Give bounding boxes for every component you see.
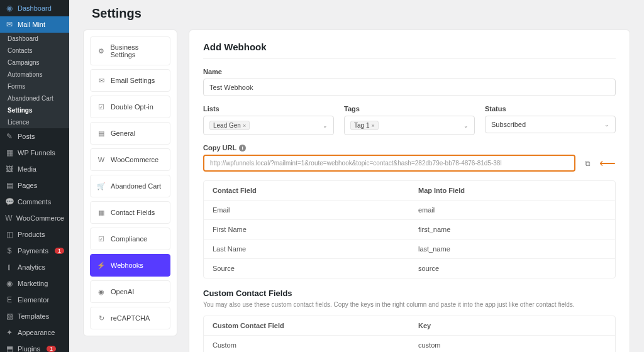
wp-menu-item[interactable]: EElementor: [0, 292, 69, 308]
lists-label: Lists: [203, 105, 334, 113]
remove-tag-icon[interactable]: ×: [371, 123, 374, 129]
table-row: Customcustom: [204, 336, 615, 352]
field-map-table: Contact FieldMap Into FieldEmailemailFir…: [203, 180, 616, 278]
menu-label: Media: [18, 165, 36, 173]
table-cell: Last Name: [204, 239, 409, 258]
chevron-down-icon: ⌄: [323, 123, 328, 129]
nav-label: WooCommerce: [111, 156, 158, 163]
menu-icon: ◉: [5, 4, 14, 13]
nav-label: OpenAI: [111, 288, 134, 295]
annotation-arrow: ⟵: [599, 157, 616, 170]
chevron-down-icon: ⌄: [464, 123, 469, 129]
nav-icon: W: [97, 155, 106, 164]
nav-label: Business Settings: [111, 43, 164, 58]
table-header-cell: Key: [409, 316, 615, 335]
wp-submenu-item[interactable]: Settings: [0, 104, 69, 116]
wp-submenu-item[interactable]: Abandoned Cart: [0, 92, 69, 104]
menu-icon: ✦: [5, 328, 14, 337]
wp-menu-item[interactable]: $Payments1: [0, 243, 69, 259]
copy-url-input[interactable]: [203, 155, 575, 172]
settings-nav-item[interactable]: ▦Contact Fields: [90, 201, 170, 224]
settings-nav-item[interactable]: ◉OpenAI: [90, 280, 170, 303]
table-cell: last_name: [409, 239, 615, 258]
settings-nav-item[interactable]: ☑Compliance: [90, 228, 170, 250]
nav-icon: ◉: [97, 287, 106, 296]
nav-icon: ⚙: [97, 47, 106, 55]
panel-title: Add Webhook: [203, 41, 616, 59]
menu-icon: $: [5, 246, 14, 255]
remove-tag-icon[interactable]: ×: [243, 123, 246, 129]
settings-nav-item[interactable]: ⚡Webhooks: [90, 254, 170, 277]
tags-select[interactable]: Tag 1 × ⌄: [344, 116, 475, 135]
wp-admin-sidebar: ◉Dashboard✉Mail MintDashboardContactsCam…: [0, 0, 69, 352]
menu-label: Analytics: [18, 263, 45, 271]
menu-label: Appearance: [18, 329, 55, 336]
menu-label: Pages: [18, 182, 37, 189]
wp-submenu-item[interactable]: Automations: [0, 69, 69, 80]
wp-menu-item[interactable]: ▧Templates: [0, 308, 69, 324]
nav-label: Contact Fields: [111, 209, 155, 216]
status-label: Status: [485, 105, 616, 113]
menu-label: Plugins: [18, 345, 40, 352]
wp-submenu-item[interactable]: Forms: [0, 80, 69, 92]
nav-label: Email Settings: [111, 77, 155, 84]
table-cell: source: [409, 259, 615, 278]
table-row: Sourcesource: [204, 259, 615, 278]
copy-url-label: Copy URL i: [203, 144, 616, 151]
custom-fields-table: Custom Contact FieldKeyCustomcustom: [203, 316, 616, 352]
settings-nav-item[interactable]: WWooCommerce: [90, 148, 170, 171]
wp-menu-item[interactable]: WWooCommerce: [0, 210, 69, 226]
settings-nav-item[interactable]: ⚙Business Settings: [90, 36, 170, 65]
settings-nav-item[interactable]: ↻reCAPTCHA: [90, 307, 170, 329]
table-cell: first_name: [409, 220, 615, 239]
info-icon: i: [239, 145, 246, 151]
wp-menu-item[interactable]: ◫Products: [0, 226, 69, 243]
wp-menu-item[interactable]: ▦WP Funnels: [0, 145, 69, 161]
settings-nav-item[interactable]: ▤General: [90, 122, 170, 145]
settings-nav-item[interactable]: ☑Double Opt-in: [90, 96, 170, 118]
table-cell: Custom: [204, 336, 409, 352]
settings-nav: ⚙Business Settings✉Email Settings☑Double…: [83, 30, 177, 336]
menu-label: Comments: [18, 198, 51, 206]
wp-menu-item[interactable]: ⬒Plugins1: [0, 341, 69, 352]
name-input[interactable]: [203, 79, 616, 96]
wp-submenu-item[interactable]: Campaigns: [0, 57, 69, 69]
nav-icon: ▤: [97, 129, 106, 138]
wp-menu-item[interactable]: ⫿Analytics: [0, 259, 69, 275]
wp-menu-item[interactable]: ✉Mail Mint: [0, 16, 69, 33]
wp-menu-item[interactable]: ✦Appearance: [0, 324, 69, 341]
wp-menu-item[interactable]: ◉Dashboard: [0, 0, 69, 16]
wp-submenu: DashboardContactsCampaignsAutomationsFor…: [0, 33, 69, 128]
tag-chip: Tag 1 ×: [350, 121, 379, 130]
table-header-cell: Contact Field: [204, 181, 409, 200]
status-select[interactable]: Subscribed ⌄: [485, 116, 616, 133]
settings-nav-item[interactable]: ✉Email Settings: [90, 69, 170, 92]
table-header-row: Custom Contact FieldKey: [204, 316, 615, 336]
settings-nav-item[interactable]: 🛒Abandoned Cart: [90, 175, 170, 197]
wp-menu-item[interactable]: ✎Posts: [0, 128, 69, 145]
wp-submenu-item[interactable]: Contacts: [0, 45, 69, 57]
wp-submenu-item[interactable]: Dashboard: [0, 33, 69, 45]
wp-submenu-item[interactable]: Licence: [0, 116, 69, 128]
menu-icon: ◫: [5, 230, 14, 239]
menu-icon: W: [5, 214, 13, 223]
menu-label: Marketing: [18, 280, 48, 287]
copy-icon[interactable]: ⧉: [580, 157, 594, 170]
nav-label: Double Opt-in: [111, 103, 153, 111]
menu-label: Posts: [18, 133, 35, 140]
table-cell: Source: [204, 259, 409, 278]
lists-select[interactable]: Lead Gen × ⌄: [203, 116, 334, 135]
wp-menu-item[interactable]: 🖼Media: [0, 161, 69, 177]
wp-menu-item[interactable]: ▤Pages: [0, 177, 69, 194]
nav-icon: 🛒: [97, 182, 106, 190]
nav-icon: ☑: [97, 102, 106, 111]
menu-icon: ▤: [5, 181, 14, 190]
menu-icon: ✎: [5, 132, 14, 141]
menu-icon: E: [5, 295, 14, 304]
wp-menu-item[interactable]: ◉Marketing: [0, 275, 69, 292]
nav-icon: ✉: [97, 76, 106, 85]
nav-label: Abandoned Cart: [111, 182, 161, 190]
table-cell: email: [409, 201, 615, 219]
wp-menu-item[interactable]: 💬Comments: [0, 194, 69, 210]
nav-icon: ▦: [97, 208, 106, 217]
